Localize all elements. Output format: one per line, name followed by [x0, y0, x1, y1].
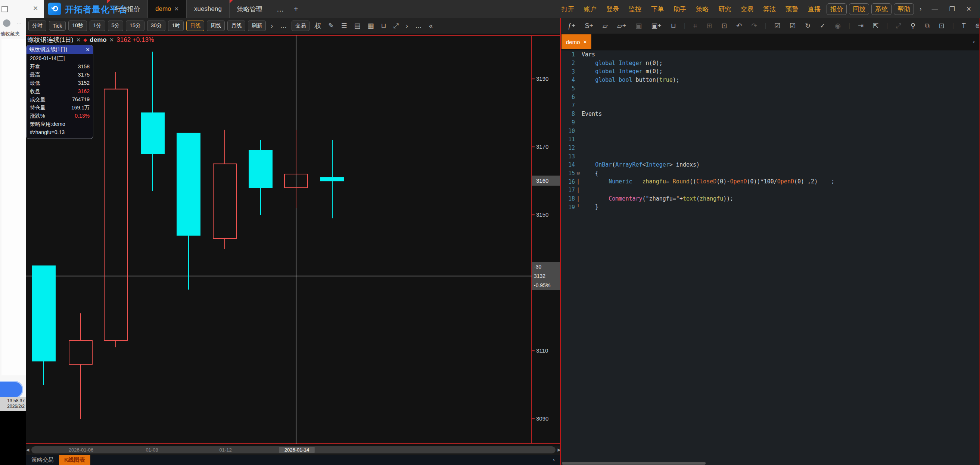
import-folder-icon[interactable]: ▱+ — [615, 22, 628, 30]
bottom-tab-K线图表[interactable]: K线图表 — [59, 455, 90, 465]
menu-下单[interactable]: 下单 — [646, 5, 669, 13]
code-line[interactable]: 10 — [561, 127, 980, 135]
save-all-icon[interactable]: ▣+ — [649, 22, 664, 30]
fold-marker-icon[interactable]: ⊟ — [575, 170, 582, 176]
delete-trash-icon[interactable]: ⊔ — [379, 22, 389, 30]
expand-selection-icon[interactable]: ⤢ — [893, 22, 903, 30]
more-options-icon[interactable]: … — [413, 22, 424, 30]
code-editor[interactable]: demo ✕ › 1Vars2 global Integer n(0);3 gl… — [561, 33, 980, 465]
timeframe-月线[interactable]: 月线 — [228, 21, 245, 31]
text-tool-icon[interactable]: T — [959, 22, 968, 30]
code-line[interactable]: 1Vars — [561, 51, 980, 59]
collapse-icon[interactable]: « — [427, 22, 435, 30]
new-tab-icon[interactable]: + — [294, 5, 298, 13]
chevron-right-icon[interactable]: › — [553, 456, 555, 463]
close-icon[interactable]: ✕ — [76, 37, 81, 43]
code-line[interactable]: 4 global bool button(true); — [561, 76, 980, 84]
undo-icon[interactable]: ↶ — [734, 22, 744, 30]
restore-icon[interactable]: ❐ — [944, 5, 961, 13]
close-icon[interactable]: ✕ — [583, 39, 587, 45]
order-document-icon[interactable]: ▤ — [352, 22, 363, 30]
menu-算法[interactable]: 算法 — [758, 5, 781, 13]
menu-帮助[interactable]: 帮助 — [894, 3, 914, 15]
delete-trash-icon[interactable]: ⊔ — [669, 22, 678, 30]
menu-回放[interactable]: 回放 — [849, 3, 869, 15]
candle-body[interactable] — [249, 150, 272, 188]
more-options-icon[interactable]: … — [278, 22, 289, 30]
code-line[interactable]: 6 — [561, 92, 980, 101]
code-line[interactable]: 12 — [561, 144, 980, 152]
split-divider[interactable] — [560, 18, 561, 465]
scrollbar-track[interactable]: 2026-01-0601-0801-122026-01-14 — [31, 446, 555, 454]
code-line[interactable]: 13 — [561, 152, 980, 161]
timeframe-周线[interactable]: 周线 — [207, 21, 225, 31]
timeframe-日线[interactable]: 日线 — [186, 21, 204, 31]
chevron-right-icon[interactable]: › — [269, 22, 275, 30]
workspace-tab-xuesheng[interactable]: xuesheng — [186, 0, 229, 18]
scroll-left-icon[interactable]: ◀ — [26, 447, 29, 452]
duplicate-icon[interactable]: ⊞ — [704, 22, 714, 30]
timeframe-15分[interactable]: 15分 — [126, 21, 145, 31]
blue-action-button[interactable] — [0, 381, 23, 398]
redo-icon[interactable]: ↷ — [749, 22, 759, 30]
candle-body[interactable] — [213, 164, 236, 239]
candle-body[interactable] — [69, 341, 92, 365]
info-panel-header[interactable]: 螺纹钢连续(1日) ✕ — [27, 45, 93, 54]
new-strategy-icon[interactable]: S+ — [583, 22, 596, 30]
close-icon[interactable]: ✕ — [174, 6, 179, 12]
timeframe-Tick[interactable]: Tick — [49, 21, 66, 30]
new-function-icon[interactable]: ƒ+ — [566, 22, 578, 30]
run-check-icon[interactable]: ↻ — [803, 22, 813, 30]
code-line[interactable]: 11 — [561, 135, 980, 144]
menu-直播[interactable]: 直播 — [803, 5, 826, 13]
menu-交易[interactable]: 交易 — [736, 5, 758, 13]
restore-icon[interactable] — [2, 6, 8, 12]
workspace-tab-策略管理[interactable]: 策略管理 — [229, 0, 270, 18]
trade-button[interactable]: 交易 — [291, 21, 310, 31]
editor-code-area[interactable]: 1Vars2 global Integer n(0);3 global Inte… — [561, 51, 980, 461]
code-line[interactable]: 18│ Commentary("zhangfu="+text(zhangfu))… — [561, 194, 980, 203]
copy-text-icon[interactable]: ⊡ — [719, 22, 729, 30]
code-line[interactable]: 19└ } — [561, 203, 980, 212]
close-icon[interactable]: ✕ — [961, 5, 977, 13]
code-line[interactable]: 17│ — [561, 186, 980, 194]
menu-账户[interactable]: 账户 — [579, 5, 601, 13]
step-out-icon[interactable]: ⇱ — [870, 22, 881, 30]
candle-body[interactable] — [141, 113, 164, 153]
open-folder-icon[interactable]: ▱ — [600, 22, 610, 30]
menu-打开[interactable]: 打开 — [557, 5, 579, 13]
adjust-rights-icon[interactable]: 权 — [312, 21, 323, 30]
menu-报价[interactable]: 报价 — [827, 3, 847, 15]
draw-pencil-icon[interactable]: ✎ — [326, 22, 336, 30]
fullscreen-icon[interactable]: ⤢ — [391, 22, 401, 30]
timeframe-分时[interactable]: 分时 — [29, 21, 46, 31]
avatar[interactable] — [3, 19, 10, 27]
timeframe-5分[interactable]: 5分 — [108, 21, 124, 31]
code-line[interactable]: 9 — [561, 118, 980, 127]
menu-策略[interactable]: 策略 — [691, 5, 713, 13]
close-icon[interactable]: ✕ — [110, 37, 114, 43]
more-options-icon[interactable]: … — [16, 19, 22, 25]
code-line[interactable]: 8Events — [561, 110, 980, 118]
close-icon[interactable]: ✕ — [86, 47, 90, 53]
candle-body[interactable] — [177, 133, 200, 235]
candle-body[interactable] — [32, 266, 55, 361]
candle-body[interactable] — [104, 89, 127, 341]
menu-监控[interactable]: 监控 — [624, 5, 646, 13]
workspace-tab-demo[interactable]: demo✕ — [148, 0, 186, 18]
code-line[interactable]: 7 — [561, 101, 980, 110]
timeframe-1分[interactable]: 1分 — [90, 21, 105, 31]
close-icon[interactable]: ✕ — [33, 5, 38, 12]
candle-body[interactable] — [321, 177, 344, 181]
editor-horizontal-scrollbar[interactable] — [562, 462, 706, 465]
select-check-icon[interactable]: ✓ — [818, 22, 828, 30]
candlestick-chart[interactable]: 319031703150311030903160-303132-0.95% — [26, 33, 561, 455]
search-icon[interactable]: ⚲ — [908, 22, 918, 30]
workspace-tab-行情报价[interactable]: 行情报价 — [107, 0, 148, 18]
menu-overflow-icon[interactable]: › — [915, 6, 926, 12]
bottom-tab-策略交易[interactable]: 策略交易 — [26, 455, 59, 465]
code-line[interactable]: 15⊟ { — [561, 169, 980, 178]
timeframe-1时[interactable]: 1时 — [168, 21, 184, 31]
timeframe-30分[interactable]: 30分 — [147, 21, 166, 31]
stop-icon[interactable]: ◉ — [832, 22, 843, 30]
